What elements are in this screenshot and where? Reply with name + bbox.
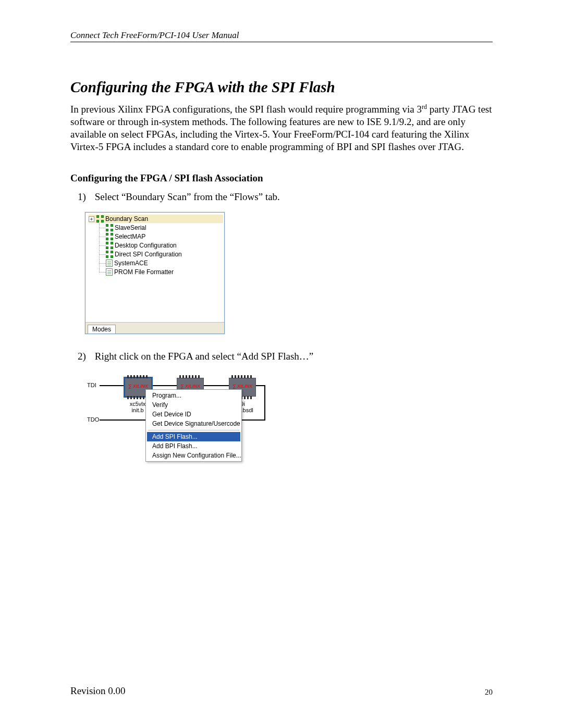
tree-item-label: Desktop Configuration [115,242,177,249]
tree-guide-icon [96,241,106,250]
step-number: 2) [78,351,92,362]
tree-item[interactable]: SelectMAP [89,232,223,241]
tree-guide-icon [96,232,106,241]
section-title: Configuring the FPGA with the SPI Flash [70,79,493,96]
menu-item[interactable]: Get Device Signature/Usercode [147,419,240,428]
tree-guide-icon [96,268,106,276]
subsection-title: Configuring the FPGA / SPI flash Associa… [70,172,493,184]
tree-item[interactable]: PROM File Formatter [89,268,223,276]
flow-icon [96,215,104,223]
document-icon [106,260,113,267]
tree-item-label: Boundary Scan [105,215,148,223]
tree-item-label: SystemACE [114,260,148,267]
menu-item[interactable]: Program... [147,391,240,400]
tree-view[interactable]: Boundary ScanSlaveSerialSelectMAPDesktop… [85,213,224,322]
tree-item[interactable]: Boundary Scan [89,215,223,223]
tab-modes[interactable]: Modes [88,325,116,334]
xilinx-logo-icon: XILINX [229,384,255,389]
menu-separator [148,430,239,430]
tree-item-label: PROM File Formatter [114,268,174,276]
step-text: Select “Boundary Scan” from the “Flows” … [95,191,280,202]
menu-item[interactable]: Get Device ID [147,410,240,419]
jtag-wire [152,385,177,386]
tree-guide-icon [96,224,106,232]
document-icon [106,268,113,276]
footer-revision: Revision 0.00 [70,685,126,697]
menu-item[interactable]: Add BPI Flash... [147,441,240,451]
menu-item[interactable]: Verify [147,400,240,410]
tree-item-label: SlaveSerial [115,224,146,231]
jtag-wire [100,385,125,386]
step-1: 1) Select “Boundary Scan” from the “Flow… [78,191,493,203]
tree-item[interactable]: SlaveSerial [89,224,223,232]
tdo-label: TDO [87,416,99,423]
screenshot-flows-panel: Boundary ScanSlaveSerialSelectMAPDesktop… [85,212,225,334]
xilinx-logo-icon: XILINX [177,384,203,389]
jtag-wire [204,385,229,386]
running-header: Connect Tech FreeForm/PCI-104 User Manua… [70,30,493,42]
tree-item-label: Direct SPI Configuration [115,251,182,258]
tree-item[interactable]: Desktop Configuration [89,241,223,250]
tree-item[interactable]: Direct SPI Configuration [89,250,223,258]
expand-icon[interactable] [89,216,94,222]
menu-item[interactable]: Assign New Configuration File... [147,451,240,460]
menu-item[interactable]: Add SPI Flash... [147,432,240,441]
flow-icon [106,242,113,249]
flow-icon [106,233,113,240]
context-menu[interactable]: Program...VerifyGet Device IDGet Device … [145,389,242,462]
chip-label-line: init.b [131,407,143,413]
intro-paragraph: In previous Xilinx FPGA configurations, … [70,103,493,153]
chip-label-line: xc5vlx [130,401,146,407]
tree-item[interactable]: SystemACE [89,259,223,267]
document-page: Connect Tech FreeForm/PCI-104 User Manua… [0,0,563,728]
step-2: 2) Right click on the FPGA and select “A… [78,351,493,362]
tab-bar: Modes [85,322,224,334]
screenshot-jtag-chain: TDI TDO XILINX XILINX XILINX xc5vlx init… [85,372,346,465]
footer-page-number: 20 [485,688,493,697]
step-text: Right click on the FPGA and select “Add … [95,351,314,362]
tree-guide-icon [96,250,106,258]
tdi-label: TDI [87,382,96,388]
flow-icon [106,251,113,258]
flow-icon [106,224,113,231]
xilinx-logo-icon: XILINX [125,384,151,389]
tree-item-label: SelectMAP [115,233,145,240]
tree-guide-icon [96,259,106,267]
step-number: 1) [78,191,92,203]
